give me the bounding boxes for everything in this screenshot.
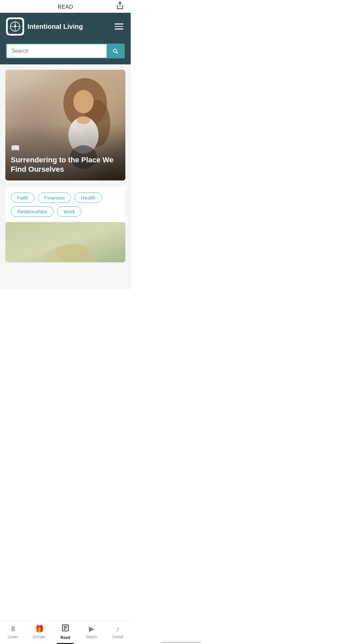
menu-button[interactable]	[113, 22, 125, 31]
logo-text: Intentional Living	[27, 22, 83, 31]
search-icon	[112, 48, 119, 54]
book-icon: 📖	[11, 144, 120, 153]
search-input[interactable]	[7, 44, 107, 58]
logo[interactable]: Intentional Living	[6, 17, 83, 36]
hamburger-line-1	[115, 23, 123, 24]
search-button[interactable]	[107, 44, 124, 58]
search-section	[0, 40, 131, 64]
status-bar: READ	[0, 0, 131, 13]
svg-point-15	[56, 244, 89, 261]
feature-overlay: 📖 Surrendering to the Place We Find Ours…	[5, 124, 125, 180]
hamburger-line-2	[115, 26, 123, 27]
tag-finances[interactable]: Finances	[38, 193, 71, 203]
main-content: 📖 Surrendering to the Place We Find Ours…	[0, 64, 131, 289]
svg-point-9	[73, 90, 94, 113]
logo-icon	[6, 17, 24, 36]
feature-card[interactable]: 📖 Surrendering to the Place We Find Ours…	[5, 70, 125, 180]
page-title: READ	[58, 4, 73, 10]
svg-point-11	[77, 116, 90, 124]
tags-container: Faith Finances Health Relationships Work	[5, 187, 125, 222]
tag-relationships[interactable]: Relationships	[11, 206, 54, 217]
svg-point-6	[14, 26, 16, 28]
feature-title: Surrendering to the Place We Find Oursel…	[11, 155, 120, 174]
hamburger-line-3	[115, 29, 123, 30]
search-bar	[6, 44, 125, 58]
app-header: Intentional Living	[0, 13, 131, 40]
tag-faith[interactable]: Faith	[11, 193, 35, 203]
tag-work[interactable]: Work	[57, 206, 81, 217]
share-button[interactable]	[116, 1, 124, 11]
feature-image: 📖 Surrendering to the Place We Find Ours…	[5, 70, 125, 180]
second-card[interactable]	[5, 222, 125, 262]
second-card-image	[5, 222, 125, 262]
tag-health[interactable]: Health	[74, 193, 102, 203]
